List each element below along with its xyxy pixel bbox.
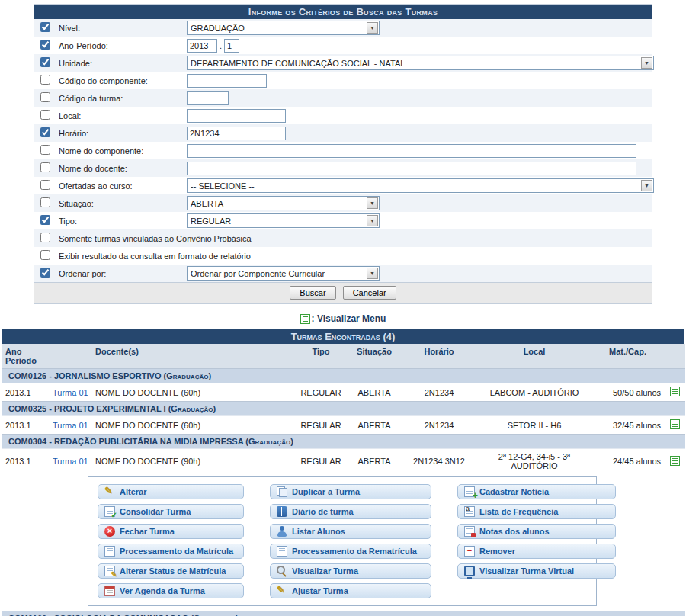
menu-item-lista-frequencia[interactable]: Lista de Frequência [457,504,616,519]
local-input[interactable] [187,109,286,123]
nivel-select-value: GRADUAÇÃO [188,24,248,33]
relatorio-checkbox[interactable] [40,250,50,260]
document-icon [104,546,115,557]
nome-componente-checkbox[interactable] [40,145,50,155]
menu-item-notas-alunos[interactable]: Notas dos alunos [457,524,616,539]
table-row: 2013.1 Turma 01 NOME DO DOCENTE (60h) RE… [2,416,685,435]
situacao-select[interactable]: ABERTA ▼ [187,196,380,210]
form-row-nivel: Nível: GRADUAÇÃO ▼ [34,19,652,37]
cancelar-button[interactable]: Cancelar [343,286,396,300]
menu-item-label: Lista de Frequência [479,507,558,516]
ofertadas-checkbox[interactable] [40,180,50,190]
relatorio-label: Exibir resultado da consulta em formato … [59,252,251,261]
periodo-input[interactable] [224,39,239,53]
monitor-icon [464,566,475,576]
tipo-select[interactable]: REGULAR ▼ [187,213,380,228]
form-row-codigo-componente: Código do componente: [34,72,652,89]
row-ano: 2013.1 [2,383,50,402]
menu-item-remover[interactable]: Remover [457,544,616,559]
row-docente: NOME DO DOCENTE (60h) [92,383,294,402]
menu-item-diario-turma[interactable]: Diário de turma [270,504,431,519]
menu-item-label: Remover [479,547,515,556]
ano-periodo-checkbox[interactable] [40,40,50,50]
table-row: 2013.1 Turma 01 NOME DO DOCENTE (90h) RE… [2,449,685,474]
col-horario: Horário [401,344,477,369]
form-row-unidade: Unidade: DEPARTAMENTO DE COMUNICAÇÃO SOC… [34,54,652,72]
unidade-checkbox[interactable] [40,57,50,67]
grades-icon [464,526,475,537]
turma-link[interactable]: Turma 01 [53,457,88,466]
student-icon [277,526,287,537]
form-row-ano-periodo: Ano-Período: . [34,37,652,54]
menu-item-consolidar-turma[interactable]: Consolidar Turma [98,504,244,519]
menu-item-alterar-status-matricula[interactable]: Alterar Status de Matrícula [98,563,244,579]
tipo-checkbox[interactable] [40,215,50,225]
row-ano: 2013.1 [2,449,50,474]
nome-componente-input[interactable] [187,144,636,158]
form-row-nome-componente: Nome do componente: [34,142,652,159]
menu-item-visualizar-turma-virtual[interactable]: Visualizar Turma Virtual [457,563,616,579]
nivel-select[interactable]: GRADUAÇÃO ▼ [187,21,380,35]
ano-periodo-separator: . [220,41,222,50]
menu-item-alterar[interactable]: Alterar [98,484,244,499]
chevron-down-icon: ▼ [367,268,378,279]
probasica-label: Somente turmas vinculadas ao Convênio Pr… [59,234,252,243]
horario-input[interactable] [187,127,286,140]
row-docente: NOME DO DOCENTE (90h) [92,449,294,474]
menu-item-label: Fechar Turma [120,527,175,536]
form-row-horario: Horário: [34,124,652,142]
row-menu-icon[interactable] [670,419,680,429]
turma-link[interactable]: Turma 01 [53,421,88,430]
row-menu-icon[interactable] [670,387,680,396]
ofertadas-select-value: -- SELECIONE -- [188,181,258,191]
ordenar-checkbox[interactable] [40,268,50,278]
menu-item-fechar-turma[interactable]: Fechar Turma [98,524,244,539]
menu-item-duplicar-turma[interactable]: Duplicar a Turma [270,484,431,499]
row-matcap: 24/45 alunos [591,449,664,474]
probasica-checkbox[interactable] [40,233,50,242]
nivel-checkbox[interactable] [40,22,50,32]
menu-item-label: Alterar Status de Matrícula [120,566,226,576]
buscar-button[interactable]: Buscar [290,286,335,300]
horario-checkbox[interactable] [40,127,50,137]
turma-link[interactable]: Turma 01 [53,388,88,397]
ano-input[interactable] [187,39,217,53]
menu-item-label: Duplicar a Turma [292,487,360,496]
row-horario: 2N1234 [401,416,477,435]
row-horario: 2N1234 3N12 [401,449,477,474]
nome-docente-checkbox[interactable] [40,162,50,172]
pencil-icon [104,486,115,497]
codigo-turma-input[interactable] [187,91,229,105]
nome-docente-input[interactable] [187,162,636,175]
row-situacao: ABERTA [348,416,401,435]
unidade-label: Unidade: [59,59,187,68]
horario-label: Horário: [59,129,187,138]
menu-item-listar-alunos[interactable]: Listar Alunos [270,524,431,539]
codigo-componente-input[interactable] [187,74,267,88]
visualizar-menu-hint: : Visualizar Menu [0,313,686,324]
row-menu-icon[interactable] [670,456,680,466]
group-header-row: COM0160 - SOCIOLOGIA DA COMUNICACAO (Gra… [2,611,685,616]
nivel-label: Nível: [59,24,187,33]
situacao-checkbox[interactable] [40,197,50,207]
menu-item-ajustar-turma[interactable]: Ajustar Turma [270,583,431,598]
tipo-label: Tipo: [59,217,187,226]
codigo-componente-checkbox[interactable] [40,75,50,85]
local-checkbox[interactable] [40,110,50,120]
row-tipo: REGULAR [294,449,348,474]
group-header: COM0304 - REDAÇÃO PUBLICITÁRIA NA MIDIA … [2,435,685,449]
unidade-select[interactable]: DEPARTAMENTO DE COMUNICAÇÃO SOCIAL - NAT… [187,56,654,70]
menu-item-processamento-matricula[interactable]: Processamento da Matrícula [98,544,244,559]
row-situacao: ABERTA [348,383,401,402]
codigo-turma-checkbox[interactable] [40,92,50,102]
col-situacao: Situação [348,344,401,369]
ofertadas-select[interactable]: -- SELECIONE -- ▼ [187,178,654,193]
menu-item-visualizar-turma[interactable]: Visualizar Turma [270,563,431,579]
menu-item-processamento-rematricula[interactable]: Processamento da Rematrícula [270,544,431,559]
ordenar-select[interactable]: Ordenar por Componente Curricular ▼ [187,266,380,281]
col-ano-periodo: Ano Período [2,344,50,369]
menu-item-ver-agenda-turma[interactable]: Ver Agenda da Turma [98,583,244,598]
menu-item-cadastrar-noticia[interactable]: Cadastrar Notícia [457,484,616,499]
row-horario: 2N1234 [401,383,477,402]
menu-item-label: Processamento da Matrícula [120,547,233,556]
